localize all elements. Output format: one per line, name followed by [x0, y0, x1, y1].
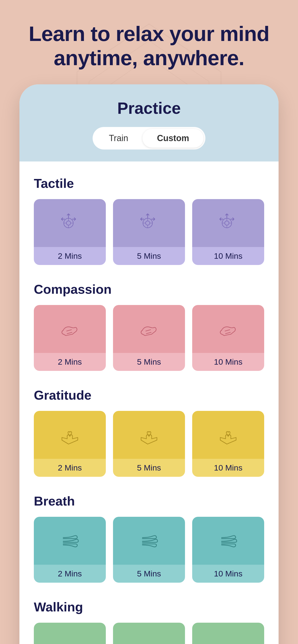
phone-frame: Practice Train Custom Tactile: [20, 84, 278, 644]
tactile-2min-label: 2 Mins: [34, 247, 106, 265]
breath-card-2min[interactable]: 2 Mins: [34, 517, 106, 583]
breath-2min-label: 2 Mins: [34, 565, 106, 583]
svg-point-3: [146, 221, 150, 226]
gratitude-card-5min[interactable]: 5 Mins: [113, 411, 185, 477]
compassion-icon-area-2: [113, 305, 185, 353]
walking-icon-area: [34, 623, 106, 644]
tactile-icon-area: [34, 199, 106, 247]
section-walking: Walking 2 Mins: [34, 600, 264, 644]
breath-5min-label: 5 Mins: [113, 565, 185, 583]
svg-point-5: [225, 221, 229, 226]
walking-card-5min[interactable]: 5 Mins: [113, 623, 185, 644]
breath-icon-area-2: [113, 517, 185, 565]
gratitude-icon-area: [34, 411, 106, 459]
section-tactile: Tactile 2 Mins: [34, 176, 264, 265]
compassion-card-2min[interactable]: 2 Mins: [34, 305, 106, 371]
breath-cards-row: 2 Mins 5 Mins: [34, 517, 264, 583]
tactile-card-10min[interactable]: 10 Mins: [192, 199, 264, 265]
gratitude-icon-area-3: [192, 411, 264, 459]
breath-card-10min[interactable]: 10 Mins: [192, 517, 264, 583]
hero-title: Learn to relax your mind anytime, anywhe…: [0, 0, 298, 84]
phone-body: Tactile 2 Mins: [20, 162, 278, 644]
compassion-5min-label: 5 Mins: [113, 353, 185, 371]
section-title-walking: Walking: [34, 600, 264, 614]
section-breath: Breath 2 Mins: [34, 494, 264, 583]
walking-icon-area-3: [192, 623, 264, 644]
gratitude-5min-label: 5 Mins: [113, 459, 185, 477]
gratitude-card-10min[interactable]: 10 Mins: [192, 411, 264, 477]
section-title-gratitude: Gratitude: [34, 388, 264, 402]
svg-point-1: [66, 221, 71, 226]
walking-card-10min[interactable]: 10 Mins: [192, 623, 264, 644]
breath-icon-area-3: [192, 517, 264, 565]
breath-card-5min[interactable]: 5 Mins: [113, 517, 185, 583]
tactile-10min-label: 10 Mins: [192, 247, 264, 265]
tactile-cards-row: 2 Mins 5 Mins: [34, 199, 264, 265]
gratitude-icon-area-2: [113, 411, 185, 459]
section-title-tactile: Tactile: [34, 176, 264, 191]
walking-icon-area-2: [113, 623, 185, 644]
section-gratitude: Gratitude 2 Mins: [34, 388, 264, 477]
section-compassion: Compassion 2 Mins: [34, 282, 264, 371]
gratitude-10min-label: 10 Mins: [192, 459, 264, 477]
tactile-card-2min[interactable]: 2 Mins: [34, 199, 106, 265]
compassion-icon-area-3: [192, 305, 264, 353]
walking-cards-row: 2 Mins 5 Mins: [34, 623, 264, 644]
page-title: Practice: [34, 99, 264, 118]
gratitude-2min-label: 2 Mins: [34, 459, 106, 477]
compassion-card-10min[interactable]: 10 Mins: [192, 305, 264, 371]
tab-train[interactable]: Train: [95, 129, 143, 148]
breath-10min-label: 10 Mins: [192, 565, 264, 583]
section-title-breath: Breath: [34, 494, 264, 508]
tab-switcher: Train Custom: [93, 127, 206, 150]
phone-header: Practice Train Custom: [20, 84, 278, 162]
tactile-icon-area-3: [192, 199, 264, 247]
gratitude-cards-row: 2 Mins 5 Mins: [34, 411, 264, 477]
section-title-compassion: Compassion: [34, 282, 264, 296]
compassion-10min-label: 10 Mins: [192, 353, 264, 371]
compassion-card-5min[interactable]: 5 Mins: [113, 305, 185, 371]
compassion-2min-label: 2 Mins: [34, 353, 106, 371]
walking-card-2min[interactable]: 2 Mins: [34, 623, 106, 644]
compassion-icon-area: [34, 305, 106, 353]
tab-custom[interactable]: Custom: [142, 129, 203, 148]
compassion-cards-row: 2 Mins 5 Mins: [34, 305, 264, 371]
tactile-card-5min[interactable]: 5 Mins: [113, 199, 185, 265]
tactile-icon-area-2: [113, 199, 185, 247]
tactile-5min-label: 5 Mins: [113, 247, 185, 265]
gratitude-card-2min[interactable]: 2 Mins: [34, 411, 106, 477]
breath-icon-area: [34, 517, 106, 565]
